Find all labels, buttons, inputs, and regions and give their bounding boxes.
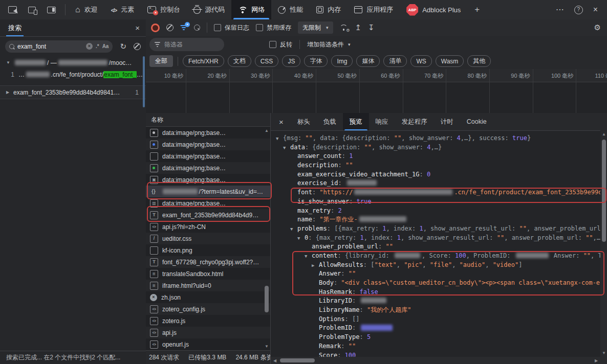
request-row[interactable]: data:image/png;base… bbox=[146, 162, 270, 174]
clear-network-log-icon[interactable] bbox=[166, 24, 174, 31]
network-conditions-icon[interactable] bbox=[340, 25, 349, 31]
request-row[interactable]: translateSandbox.html bbox=[146, 268, 270, 280]
record-network-log-button[interactable] bbox=[151, 24, 160, 32]
request-row[interactable]: ueditor.css bbox=[146, 233, 270, 244]
request-row[interactable]: openurl.js bbox=[146, 338, 270, 350]
match-case-toggle-icon[interactable]: Aa bbox=[102, 43, 109, 49]
tab-welcome[interactable]: 欢迎 bbox=[69, 0, 104, 19]
request-row[interactable]: iframe.html?uid=0 bbox=[146, 280, 270, 291]
import-har-icon[interactable]: ↥ bbox=[355, 24, 362, 31]
preview-vertical-scrollbar[interactable]: ▲ ▼ bbox=[600, 130, 607, 357]
name-column-header[interactable]: 名称 bbox=[146, 113, 270, 127]
type-filter-chip[interactable]: CSS bbox=[255, 55, 279, 67]
type-filter-chip[interactable]: JS bbox=[282, 55, 300, 67]
request-row[interactable]: {}/?term=latest&uv_id=… bbox=[146, 186, 270, 197]
request-row[interactable]: data:image/png;base… bbox=[146, 127, 270, 139]
more-tools-button[interactable]: + bbox=[467, 0, 487, 19]
details-tab-标头[interactable]: 标头 bbox=[291, 113, 317, 130]
details-tab-响应[interactable]: 响应 bbox=[369, 113, 395, 130]
invert-filter-checkbox[interactable]: 反转 bbox=[269, 40, 292, 49]
help-icon[interactable]: ? bbox=[574, 6, 583, 14]
tab-performance[interactable]: 性能 bbox=[271, 0, 310, 19]
type-filter-chip[interactable]: 文档 bbox=[228, 55, 251, 67]
sidebar-scrollbar-thumb[interactable] bbox=[143, 56, 145, 107]
disable-cache-checkbox[interactable]: 禁用缓存 bbox=[256, 24, 291, 32]
device-toolbar-icon[interactable] bbox=[28, 7, 36, 13]
tab-sources[interactable]: 源代码 bbox=[187, 0, 231, 19]
details-tab-负载[interactable]: 负载 bbox=[317, 113, 343, 130]
close-devtools-icon[interactable]: × bbox=[593, 6, 598, 14]
details-tab-Cookie[interactable]: Cookie bbox=[460, 113, 493, 130]
tab-console[interactable]: 控制台 bbox=[141, 0, 187, 19]
scrollbar-thumb[interactable] bbox=[280, 358, 315, 362]
scroll-right-icon[interactable]: ▶ bbox=[594, 358, 599, 363]
regex-toggle-icon[interactable]: .* bbox=[96, 43, 99, 49]
request-list-scrollbar[interactable]: ▲ ▼ bbox=[263, 127, 270, 350]
type-filter-chip[interactable]: Wasm bbox=[436, 55, 464, 67]
network-overview-timeline[interactable]: 10 毫秒20 毫秒30 毫秒40 毫秒50 毫秒60 毫秒70 毫秒80 毫秒… bbox=[146, 69, 607, 113]
details-tab-发起程序[interactable]: 发起程序 bbox=[395, 113, 434, 130]
filter-input[interactable]: 筛选器 bbox=[149, 38, 224, 51]
scroll-left-icon[interactable]: ◀ bbox=[272, 358, 277, 363]
search-network-icon[interactable] bbox=[194, 25, 200, 31]
request-row[interactable]: zh.json bbox=[146, 291, 270, 303]
scroll-down-icon[interactable]: ▼ bbox=[264, 344, 269, 349]
close-details-icon[interactable]: × bbox=[271, 113, 291, 130]
details-tab-计时[interactable]: 计时 bbox=[434, 113, 460, 130]
throttling-select[interactable]: 无限制 ▾ bbox=[298, 21, 333, 34]
disclosure-triangle-icon[interactable]: ▼ bbox=[305, 252, 312, 261]
request-row[interactable]: data:image/png;base… bbox=[146, 174, 270, 186]
search-match-row[interactable]: 1….cn/fe_font/product/exam_font_… bbox=[0, 69, 146, 80]
tab-adblock[interactable]: ABPAdblock Plus bbox=[400, 0, 467, 19]
type-filter-chip[interactable]: 清单 bbox=[383, 55, 407, 67]
request-row[interactable]: zotero_config.js bbox=[146, 303, 270, 315]
network-settings-gear-icon[interactable]: ⚙ bbox=[594, 23, 601, 32]
disclosure-triangle-icon[interactable]: ▶ bbox=[6, 90, 13, 95]
checkbox-icon[interactable] bbox=[269, 41, 276, 48]
request-row[interactable]: data:image/png;base… bbox=[146, 150, 270, 162]
preserve-log-checkbox[interactable]: 保留日志 bbox=[214, 24, 249, 32]
inspect-element-icon[interactable] bbox=[8, 6, 17, 13]
details-tab-预览[interactable]: 预览 bbox=[343, 113, 369, 130]
checkbox-icon[interactable] bbox=[256, 24, 263, 31]
preview-horizontal-scrollbar[interactable]: ◀ ▶ bbox=[271, 357, 600, 364]
type-filter-chip[interactable]: WS bbox=[410, 55, 431, 67]
tab-elements[interactable]: 元素 bbox=[104, 0, 141, 19]
type-filter-chip[interactable]: Fetch/XHR bbox=[183, 55, 224, 67]
more-options-icon[interactable]: ⋯ bbox=[556, 6, 564, 14]
type-filter-chip[interactable]: 全部 bbox=[149, 55, 173, 67]
clear-query-icon[interactable]: × bbox=[86, 43, 93, 50]
disclosure-triangle-icon[interactable]: ▶ bbox=[312, 261, 319, 270]
tab-search[interactable]: 搜索 bbox=[6, 19, 24, 36]
type-filter-chip[interactable]: 字体 bbox=[304, 55, 328, 67]
request-row[interactable]: api.js bbox=[146, 327, 270, 338]
type-filter-chip[interactable]: Img bbox=[331, 55, 353, 67]
more-filters-dropdown[interactable]: 增加筛选条件 ▾ bbox=[307, 40, 351, 49]
checkbox-icon[interactable] bbox=[214, 24, 221, 31]
clear-search-icon[interactable] bbox=[134, 43, 141, 50]
disclosure-triangle-icon[interactable]: ▼ bbox=[6, 60, 13, 65]
request-row[interactable]: zotero.js bbox=[146, 315, 270, 327]
dock-side-icon[interactable] bbox=[47, 7, 56, 13]
request-row[interactable]: api.js?hl=zh-CN bbox=[146, 221, 270, 233]
disclosure-triangle-icon[interactable]: ▼ bbox=[283, 144, 290, 153]
scrollbar-thumb[interactable] bbox=[265, 286, 269, 312]
disclosure-triangle-icon[interactable]: ▼ bbox=[297, 234, 305, 243]
request-row[interactable]: data:image/png;base… bbox=[146, 197, 270, 209]
scroll-up-icon[interactable]: ▲ bbox=[264, 128, 269, 133]
filter-toggle-icon[interactable]: × bbox=[180, 25, 187, 31]
disclosure-triangle-icon[interactable]: ▼ bbox=[290, 225, 297, 234]
export-har-icon[interactable]: ↧ bbox=[368, 24, 375, 31]
scroll-up-icon[interactable]: ▲ bbox=[601, 132, 606, 136]
scroll-down-icon[interactable]: ▼ bbox=[601, 351, 606, 355]
search-file-row[interactable]: ▶exam_font_2353b9e99dd84b4d9841…1 bbox=[0, 85, 146, 99]
request-row[interactable]: exam_font_2353b9e99dd84b4d9… bbox=[146, 209, 270, 221]
tab-application[interactable]: 应用程序 bbox=[348, 0, 400, 19]
tab-memory[interactable]: 内存 bbox=[310, 0, 348, 19]
request-row[interactable]: font_677298_rchyo0pg3pj.woff2?… bbox=[146, 256, 270, 268]
request-row[interactable]: kf-icon.png bbox=[146, 244, 270, 256]
refresh-search-icon[interactable]: ↻ bbox=[120, 42, 126, 50]
tab-network[interactable]: 网络 bbox=[231, 0, 271, 19]
type-filter-chip[interactable]: 其他 bbox=[467, 55, 491, 67]
search-input[interactable]: exam_font × .* Aa bbox=[5, 40, 113, 53]
